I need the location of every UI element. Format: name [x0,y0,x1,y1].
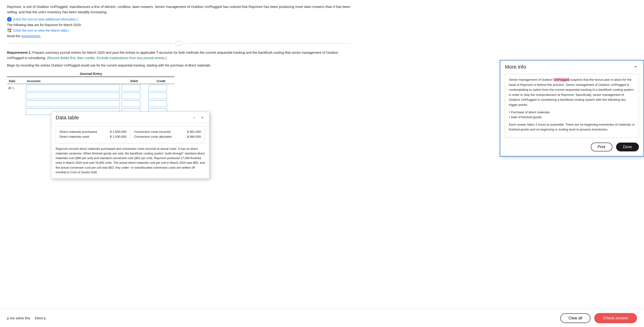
bottom-right: Clear all Check answer [560,313,637,323]
journal-entry-table: Journal Entry Date Accounts Debit Credit… [7,72,174,116]
modal-title: Data table [56,115,79,121]
table-row [7,92,174,100]
data-click-text: (Click the icon to view the March data.) [13,28,69,32]
svg-rect-0 [8,28,9,30]
account-input-cell-1[interactable] [25,84,120,92]
cc-incurred-value: $ 901,000 [187,130,201,134]
etext-link[interactable]: Etext p [35,316,46,320]
data-col-left: Direct materials purchased $ 1,550,000 D… [60,130,126,138]
modal-body: Direct materials purchased $ 1,550,000 D… [52,123,209,178]
requirements-link[interactable]: requirements. [21,34,41,38]
col-date: Date [7,78,25,84]
data-item-cc-incurred: Conversion costs incurred $ 901,000 [134,130,201,134]
modal-controls: − × [192,115,205,121]
divider-dots: ... [176,41,183,46]
credit-input-3[interactable] [148,100,167,107]
journal-table: Date Accounts Debit Credit JE 1 [7,78,174,116]
divider: ... [7,41,351,46]
requirement-label: Requirement 1. [7,51,32,54]
table-row: JE 1 [7,84,174,92]
modal-minimize-button[interactable]: − [192,115,197,121]
account-input-3[interactable] [26,100,120,107]
debit-cell-3[interactable] [121,100,148,108]
col-accounts: Accounts [25,78,120,84]
info-icon[interactable]: i [7,17,12,22]
account-input-cell-2[interactable] [25,92,120,100]
je-label-empty-3 [7,108,25,116]
bottom-left: p me solve this Etext p [7,316,556,320]
more-info-list: Purchase of direct materials Sale of fin… [509,110,635,120]
help-solve-link[interactable]: p me solve this [7,316,30,320]
more-info-actions: Print Done [505,142,639,152]
data-item-dm-purchased: Direct materials purchased $ 1,550,000 [60,130,126,134]
data-intro-text: The following data are for Raymore for M… [7,23,351,27]
requirement-green: (Record debits first, then credits. Excl… [47,56,167,60]
account-input-1[interactable] [26,85,120,91]
credit-cell-1[interactable] [148,84,174,92]
je-label-empty [7,92,25,100]
more-info-body: Senior management of Outdoor UnPlugged s… [500,72,644,156]
svg-rect-3 [10,31,11,32]
credit-cell-3[interactable] [148,100,174,108]
begin-text: Begin by recording the entries Outdoor U… [7,63,351,68]
data-table-inner: Direct materials purchased $ 1,550,000 D… [56,126,205,143]
cc-incurred-label: Conversion costs incurred [134,130,187,134]
dm-used-value: $ 1,530,000 [110,135,126,138]
check-answer-button[interactable]: Check answer [594,313,637,323]
divider-line-left [7,44,173,44]
more-info-minimize-button[interactable]: − [632,64,639,70]
divider-line-right [185,44,351,44]
cc-allocated-value: $ 884,000 [187,135,201,138]
more-info-modal: More info − Senior management of Outdoor… [500,60,644,156]
data-table-modal: Data table − × Direct materials purchase… [51,112,210,178]
more-info-text-box: Senior management of Outdoor UnPlugged s… [505,74,639,138]
requirement-section: Requirement 1. Prepare summary journal e… [7,50,351,68]
list-item-2: Sale of finished goods [509,115,635,120]
read-line: Read the requirements. [7,34,351,38]
credit-cell-2[interactable] [148,92,174,100]
svg-rect-2 [8,31,9,32]
modal-close-button[interactable]: × [200,115,205,121]
debit-cell-1[interactable] [121,84,148,92]
info-row-additional: i (Click the icon to view additional inf… [7,17,351,22]
je-label: JE 1 [7,84,25,92]
dm-purchased-label: Direct materials purchased [60,130,110,134]
data-col-right: Conversion costs incurred $ 901,000 Conv… [134,130,201,138]
list-item-1: Purchase of direct materials [509,110,635,115]
credit-input-1[interactable] [148,85,167,91]
data-item-dm-used: Direct materials used $ 1,530,000 [60,135,126,138]
col-debit: Debit [121,78,148,84]
dm-used-label: Direct materials used [60,135,110,138]
requirement-text: Requirement 1. Prepare summary journal e… [7,50,351,61]
account-input-2[interactable] [26,92,120,99]
debit-cell-2[interactable] [121,92,148,100]
grid-icon[interactable] [7,28,12,33]
clear-all-button[interactable]: Clear all [560,313,591,323]
intro-paragraph: Raymore, a unit of Outdoor UnPlugged, ma… [7,4,351,15]
data-item-cc-allocated: Conversion costs allocated $ 884,000 [134,135,201,138]
modal-header: Data table − × [52,112,209,123]
done-button[interactable]: Done [616,142,639,152]
bottom-bar: p me solve this Etext p Clear all Check … [0,309,644,327]
data-table-data-row: Direct materials purchased $ 1,550,000 D… [60,130,201,138]
data-divider-vertical [130,130,130,138]
more-info-header: More info − [500,60,644,72]
more-info-para-1: Senior management of Outdoor UnPlugged s… [509,77,635,108]
table-row [7,100,174,108]
more-info-title: More info [505,64,526,70]
main-content: Raymore, a unit of Outdoor UnPlugged, ma… [0,0,358,116]
debit-input-1[interactable] [122,85,140,91]
account-input-cell-3[interactable] [25,100,120,108]
data-row: (Click the icon to view the March data.) [7,28,351,33]
print-button[interactable]: Print [591,142,612,152]
journal-entry-title: Journal Entry [7,72,174,77]
data-body-text: Raymore records direct materials purchas… [56,146,205,175]
debit-input-2[interactable] [122,92,140,99]
cc-allocated-label: Conversion costs allocated [134,135,187,138]
col-credit: Credit [148,78,174,84]
svg-rect-1 [10,28,11,30]
credit-input-2[interactable] [148,92,167,99]
info-click-text: (Click the icon to view additional infor… [13,18,78,21]
debit-input-3[interactable] [122,100,140,107]
dm-purchased-value: $ 1,550,000 [110,130,126,134]
